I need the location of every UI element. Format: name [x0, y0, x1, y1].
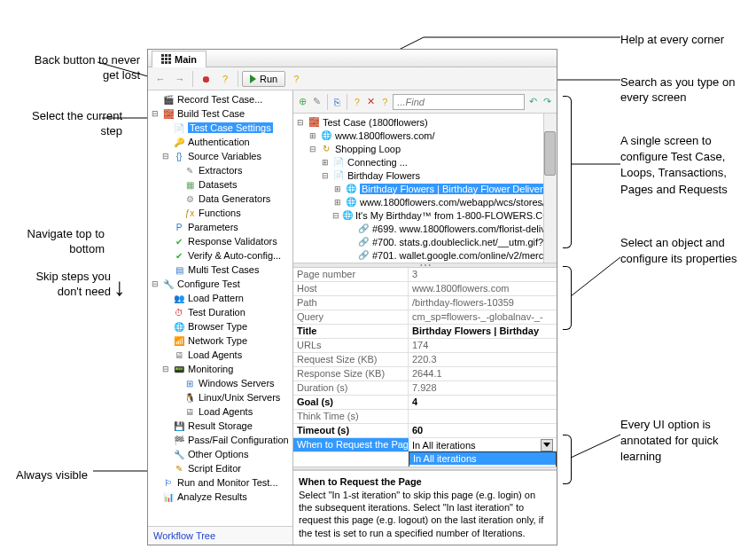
tree-item[interactable]: 📊Analyze Results — [148, 490, 292, 504]
tree-item[interactable]: 🌐Birthday Flowers | Birthday Flower Deli… — [293, 182, 557, 195]
prop-value[interactable]: www.1800flowers.com — [409, 282, 557, 295]
dropdown-menu[interactable]: In All iterationsIn 1-st iterationIn Las… — [409, 451, 557, 467]
help-button-2[interactable]: ? — [379, 93, 392, 111]
twisty-icon[interactable] — [160, 308, 170, 318]
prop-value[interactable]: 7.928 — [409, 381, 557, 395]
tree-item[interactable]: 🌐www.1800flowers.com/webapp/wcs/stores/s — [293, 195, 557, 208]
forward-button[interactable]: → — [171, 70, 189, 88]
property-row[interactable]: Response Size (KB)2644.1 — [293, 367, 557, 381]
tree-item[interactable]: 🌐Browser Type — [148, 319, 292, 333]
prop-value[interactable]: 174 — [409, 339, 557, 352]
test-case-tree[interactable]: 🧱Test Case (1800flowers)🌐www.1800flowers… — [293, 114, 557, 263]
twisty-icon[interactable] — [171, 166, 181, 176]
prop-value[interactable]: 60 — [409, 424, 557, 437]
prop-value[interactable]: 2644.1 — [409, 367, 557, 380]
tree-item[interactable]: {}Source Variables — [148, 149, 292, 163]
tree-item[interactable]: 🧱Build Test Case — [148, 106, 292, 121]
property-row[interactable]: Hostwww.1800flowers.com — [293, 282, 557, 296]
tree-item[interactable]: 📄Test Case Settings — [148, 121, 292, 135]
tree-item[interactable]: ⏱Test Duration — [148, 305, 292, 319]
tree-item[interactable]: 📄Connecting ... — [293, 155, 557, 169]
twisty-icon[interactable] — [320, 157, 330, 167]
twisty-icon[interactable] — [160, 223, 170, 232]
tree-item[interactable]: ⊞Windows Servers — [148, 376, 292, 390]
twisty-icon[interactable] — [308, 144, 317, 153]
twisty-icon[interactable] — [295, 117, 305, 127]
scrollbar[interactable] — [543, 114, 557, 263]
prop-value[interactable]: 4 — [409, 396, 557, 409]
twisty-icon[interactable] — [345, 250, 355, 260]
twisty-icon[interactable] — [160, 365, 170, 374]
tree-item[interactable]: 🔧Configure Test — [148, 277, 292, 291]
help-button[interactable]: ? — [216, 70, 234, 88]
tree-item[interactable]: 🔗#699. www.1800flowers.com/florist-deliv… — [293, 222, 557, 235]
twisty-icon[interactable] — [150, 492, 160, 502]
tree-item[interactable]: ƒxFunctions — [148, 206, 292, 220]
tree-item[interactable]: ✔Response Validators — [148, 234, 292, 248]
help-run-button[interactable]: ? — [287, 70, 305, 88]
twisty-icon[interactable] — [345, 237, 355, 247]
property-row[interactable]: Request Size (KB)220.3 — [293, 353, 557, 367]
tree-item[interactable]: ▦Datasets — [148, 177, 292, 192]
twisty-icon[interactable] — [308, 130, 317, 140]
prop-value[interactable]: Birthday Flowers | Birthday — [409, 325, 557, 338]
twisty-icon[interactable] — [171, 194, 181, 204]
tree-item[interactable]: PParameters — [148, 220, 292, 234]
tree-item[interactable]: ✎Script Editor — [148, 461, 292, 475]
twisty-icon[interactable] — [160, 322, 170, 332]
tree-item[interactable]: 🔑Authentication — [148, 135, 292, 149]
property-row[interactable]: Duration (s)7.928 — [293, 381, 557, 396]
tree-item[interactable]: ↻Shopping Loop — [293, 142, 557, 155]
tree-item[interactable]: ▤Multi Test Cases — [148, 263, 292, 277]
twisty-icon[interactable] — [160, 464, 170, 474]
properties-panel[interactable]: Page number3Hostwww.1800flowers.comPath/… — [293, 268, 557, 467]
tree-item[interactable]: 💾Result Storage — [148, 419, 292, 433]
find-prev-button[interactable]: ↶ — [526, 93, 539, 111]
find-next-button[interactable]: ↷ — [541, 93, 553, 111]
property-row[interactable]: Think Time (s) — [293, 410, 557, 424]
twisty-icon[interactable] — [171, 407, 181, 417]
twisty-icon[interactable] — [345, 224, 355, 233]
twisty-icon[interactable] — [171, 393, 181, 403]
twisty-icon[interactable] — [160, 237, 170, 247]
twisty-icon[interactable] — [160, 265, 170, 275]
twisty-icon[interactable] — [150, 95, 160, 105]
property-row[interactable]: TitleBirthday Flowers | Birthday — [293, 325, 557, 339]
tree-item[interactable]: 📶Network Type — [148, 333, 292, 348]
back-button[interactable]: ← — [152, 70, 169, 88]
twisty-icon[interactable] — [160, 350, 170, 360]
tree-item[interactable]: 🖥Load Agents — [148, 404, 292, 419]
property-row[interactable]: When to Request the PageIn All iteration… — [293, 438, 557, 452]
workflow-tree[interactable]: 🎬Record Test Case...🧱Build Test Case📄Tes… — [148, 90, 292, 526]
dropdown-arrow-icon[interactable] — [541, 439, 553, 451]
tree-item[interactable]: 👥Load Pattern — [148, 291, 292, 305]
tree-item[interactable]: ✎Extractors — [148, 163, 292, 177]
twisty-icon[interactable] — [160, 137, 170, 147]
prop-value[interactable] — [409, 410, 557, 423]
tree-item[interactable]: 🔗#702. 1800flowers.tt.omtrdc.net/m2/1800… — [293, 262, 557, 263]
twisty-icon[interactable] — [150, 109, 160, 119]
twisty-icon[interactable] — [160, 435, 170, 445]
twisty-icon[interactable] — [160, 450, 170, 459]
twisty-icon[interactable] — [160, 152, 170, 161]
property-row[interactable]: Path/birthday-flowers-10359 — [293, 296, 557, 310]
tree-item[interactable]: 🖥Load Agents — [148, 348, 292, 362]
scrollbar-thumb[interactable] — [544, 131, 556, 176]
twisty-icon[interactable] — [320, 170, 330, 180]
tree-item[interactable]: 🐧Linux/Unix Servers — [148, 390, 292, 404]
tree-item[interactable]: 🏁Pass/Fail Configuration — [148, 433, 292, 447]
prop-value[interactable]: 220.3 — [409, 353, 557, 366]
property-row[interactable]: Timeout (s)60 — [293, 424, 557, 438]
prop-value[interactable]: /birthday-flowers-10359 — [409, 296, 557, 310]
twisty-icon[interactable] — [150, 279, 160, 289]
tree-item[interactable]: 🔗#700. stats.g.doubleclick.net/__utm.gif… — [293, 235, 557, 248]
new-button[interactable]: ⊕ — [297, 93, 309, 111]
twisty-icon[interactable] — [171, 208, 181, 218]
tab-main[interactable]: Main — [152, 51, 207, 67]
tree-item[interactable]: 🏳Run and Monitor Test... — [148, 475, 292, 490]
twisty-icon[interactable] — [171, 379, 181, 388]
tree-item[interactable]: ⚙Data Generators — [148, 192, 292, 206]
property-row[interactable]: URLs174 — [293, 339, 557, 353]
twisty-icon[interactable] — [160, 421, 170, 431]
run-button[interactable]: Run — [242, 71, 285, 87]
